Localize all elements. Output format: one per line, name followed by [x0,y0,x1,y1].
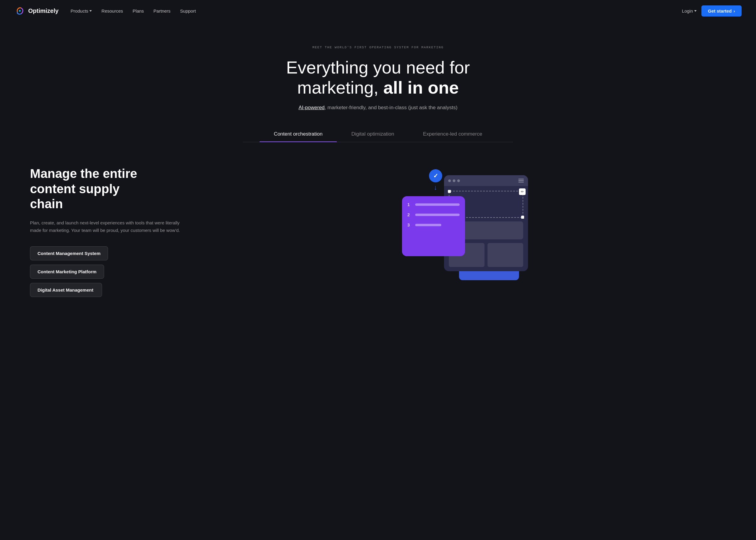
content-body: Plan, create, and launch next-level expe… [30,219,186,234]
nav-link-plans[interactable]: Plans [133,8,144,14]
tab-content-orchestration[interactable]: Content orchestration [260,126,337,142]
list-card: 1 2 3 [402,196,465,256]
nav-right: Login Get started › [682,5,742,17]
edit-pencil-icon: ✏ [519,189,526,195]
nav-link-support[interactable]: Support [180,8,196,14]
nav-item-resources[interactable]: Resources [101,8,123,14]
cms-button[interactable]: Content Management System [30,246,108,260]
arrow-right-icon: › [733,8,735,14]
check-icon [429,169,442,183]
ai-powered-link[interactable]: AI-powered [299,105,324,110]
browser-dot-2 [453,180,455,182]
browser-bar [444,175,528,186]
nav-left: Optimizely Products Resources Plans [14,5,196,16]
list-item-1: 1 [407,202,459,207]
hero-eyebrow: MEET THE WORLD'S FIRST OPERATING SYSTEM … [14,46,742,49]
product-buttons: Content Management System Content Market… [30,246,186,297]
logo[interactable]: Optimizely [14,5,59,16]
login-button[interactable]: Login [682,8,696,14]
svg-point-1 [19,10,21,12]
tab-experience-led-commerce[interactable]: Experience-led commerce [409,126,496,142]
cmp-button[interactable]: Content Marketing Platform [30,265,104,279]
handle-tl [448,190,451,193]
handle-br [521,216,524,219]
chevron-down-icon [694,10,696,12]
illustration: ↓ 1 2 3 [402,166,528,280]
get-started-button[interactable]: Get started › [701,5,742,17]
browser-dot-1 [448,180,451,182]
list-item-3: 3 [407,222,459,227]
nav-item-products[interactable]: Products [70,8,92,14]
nav-item-support[interactable]: Support [180,8,196,14]
arrow-down-icon: ↓ [434,184,437,192]
browser-dot-3 [457,180,460,182]
content-heading: Manage the entire content supply chain [30,166,186,211]
content-left: Manage the entire content supply chain P… [30,166,186,297]
browser-block-2 [487,243,523,267]
product-tabs: Content orchestration Digital optimizati… [243,126,513,142]
logo-text: Optimizely [28,8,59,14]
nav-item-plans[interactable]: Plans [133,8,144,14]
tab-digital-optimization[interactable]: Digital optimization [337,126,409,142]
browser-menu-icon [518,179,524,183]
nav-link-partners[interactable]: Partners [154,8,171,14]
chevron-down-icon [89,10,92,12]
list-item-2: 2 [407,212,459,217]
nav-link-products[interactable]: Products [70,8,92,14]
content-right: ↓ 1 2 3 [210,166,720,280]
hero-section: MEET THE WORLD'S FIRST OPERATING SYSTEM … [0,22,756,142]
hero-title: Everything you need for marketing, all i… [258,58,498,97]
dam-button[interactable]: Digital Asset Management [30,283,102,297]
hero-subtitle: AI-powered, marketer-friendly, and best-… [14,105,742,111]
navigation: Optimizely Products Resources Plans [0,0,756,22]
nav-item-partners[interactable]: Partners [154,8,171,14]
nav-link-resources[interactable]: Resources [101,8,123,14]
content-section: Manage the entire content supply chain P… [0,142,756,321]
nav-links: Products Resources Plans Partners [70,8,196,14]
